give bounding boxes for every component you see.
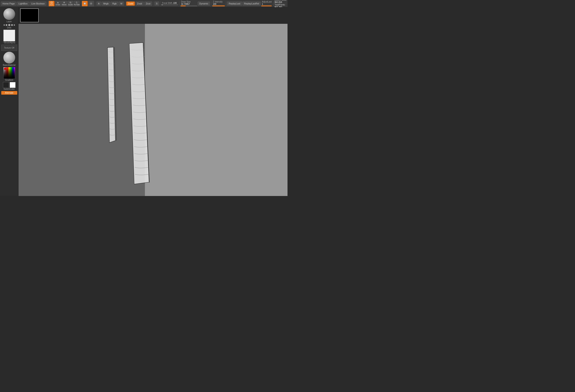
lightbox-button[interactable]: LightBox: [17, 1, 29, 6]
draw-size-slider[interactable]: [180, 5, 197, 6]
alternate-button[interactable]: Alternate: [1, 91, 17, 95]
svg-point-6: [83, 2, 86, 5]
switch-color-row: [3, 82, 16, 88]
color-indicator: [4, 68, 6, 70]
a-button[interactable]: A: [96, 1, 101, 6]
texture-off-label: Texture Off: [4, 47, 14, 49]
draw-mode-button[interactable]: Draw: [55, 1, 61, 6]
svg-line-3: [70, 2, 70, 2]
dots-label: Dots: [7, 26, 11, 29]
focal-shift-control: Focal Shift -100: [161, 2, 178, 5]
focal-shift-slider[interactable]: [161, 4, 178, 5]
s-button[interactable]: S: [154, 1, 159, 6]
svg-rect-0: [51, 2, 52, 3]
layer-brush-sphere[interactable]: [3, 8, 15, 20]
adjust-last-control: AdjustLast 1: [261, 1, 272, 6]
dots-row: [3, 24, 15, 26]
draw-icon: [56, 1, 60, 3]
left-panel: Layer Dots ~BrushAlpha Texture Off: [0, 7, 19, 196]
top-toolbar: Home Page LightBox Live Boolean Edit Dra…: [0, 0, 288, 7]
rotate-mode-button[interactable]: RoTate: [74, 1, 80, 6]
background-color-swatch[interactable]: [10, 82, 16, 88]
foreground-color-swatch[interactable]: [3, 82, 9, 88]
edit-mode-button[interactable]: Edit: [48, 1, 54, 6]
rotate-icon: [75, 1, 78, 3]
adjust-last-bar: [261, 5, 272, 6]
m-button[interactable]: M: [119, 1, 124, 6]
texture-off-button[interactable]: Texture Off: [1, 45, 17, 51]
live-boolean-button[interactable]: Live Boolean: [30, 1, 47, 6]
left-column-shape: [107, 47, 116, 143]
dot-4: [11, 24, 13, 26]
canvas-preview-row: [19, 7, 288, 24]
z-intensity-label: Z Intensity 100: [212, 1, 225, 5]
layer-label: Layer: [6, 20, 12, 23]
move-mode-button[interactable]: Move: [61, 1, 67, 6]
layer-brush-item: Layer: [1, 8, 18, 23]
material-label: BasicMaterial: [3, 64, 15, 66]
color-picker-item: Gradient: [1, 67, 18, 81]
switch-color-item: SwitchColor: [1, 82, 18, 90]
svg-rect-2: [70, 2, 71, 3]
color-picker[interactable]: [3, 67, 15, 79]
replay-last-rel-button[interactable]: ReplayLastRel: [242, 1, 261, 6]
half-sphere-icon: [89, 2, 93, 5]
svg-point-7: [90, 2, 92, 5]
draw-size-label: Draw Size 32.70957: [180, 1, 197, 5]
brush-alpha-item: ~BrushAlpha: [1, 30, 18, 44]
dot-3: [8, 24, 10, 26]
mrgb-button[interactable]: Mrgb: [102, 1, 110, 6]
brush-alpha-label: ~BrushAlpha: [3, 41, 15, 44]
canvas-area: [19, 7, 288, 196]
texture-off-item: Texture Off: [1, 45, 18, 51]
sphere-icon: [83, 2, 86, 5]
material-sphere[interactable]: [3, 52, 15, 64]
zcut-button[interactable]: Zcut: [144, 1, 152, 6]
dots-item: Dots: [1, 24, 18, 29]
scale-mode-button[interactable]: Scale: [68, 1, 73, 6]
move-icon: [62, 1, 66, 3]
dot-5: [14, 24, 15, 26]
rgb-button[interactable]: Rgb: [111, 1, 118, 6]
svg-line-4: [71, 3, 71, 3]
z-intensity-slider[interactable]: [212, 5, 225, 6]
half-sphere-button[interactable]: [88, 1, 94, 6]
brush-alpha-box[interactable]: [3, 30, 15, 41]
gradient-label: Gradient: [5, 79, 13, 81]
draw-size-control: Draw Size 32.70957: [180, 1, 197, 6]
switch-color-label: SwitchColor: [3, 88, 15, 90]
main-layout: Layer Dots ~BrushAlpha Texture Off: [0, 7, 288, 196]
active-points-display: ActivePoints: 962,816: [274, 0, 287, 3]
main-canvas[interactable]: [19, 24, 288, 196]
z-intensity-control: Z Intensity 100: [212, 1, 225, 6]
dot-2: [6, 24, 7, 26]
home-page-button[interactable]: Home Page: [1, 1, 16, 6]
canvas-thumbnail[interactable]: [20, 8, 39, 22]
sculpt-viewport-svg: [19, 24, 288, 196]
replay-last-button[interactable]: ReplayLast: [227, 1, 242, 6]
focal-shift-label: Focal Shift -100: [161, 2, 177, 4]
material-item: BasicMaterial: [1, 52, 18, 66]
dynamic-button[interactable]: Dynamic: [198, 1, 210, 6]
alternate-item: Alternate: [1, 91, 18, 95]
scale-icon: [69, 1, 72, 3]
sphere-tool-button[interactable]: [82, 1, 88, 6]
dot-1: [3, 24, 5, 26]
adjust-last-label: AdjustLast 1: [261, 1, 272, 5]
right-column-shape: [129, 43, 149, 184]
edit-icon: [50, 1, 53, 3]
zadd-button[interactable]: Zadd: [126, 1, 135, 6]
zsub-button[interactable]: Zsub: [135, 1, 144, 6]
